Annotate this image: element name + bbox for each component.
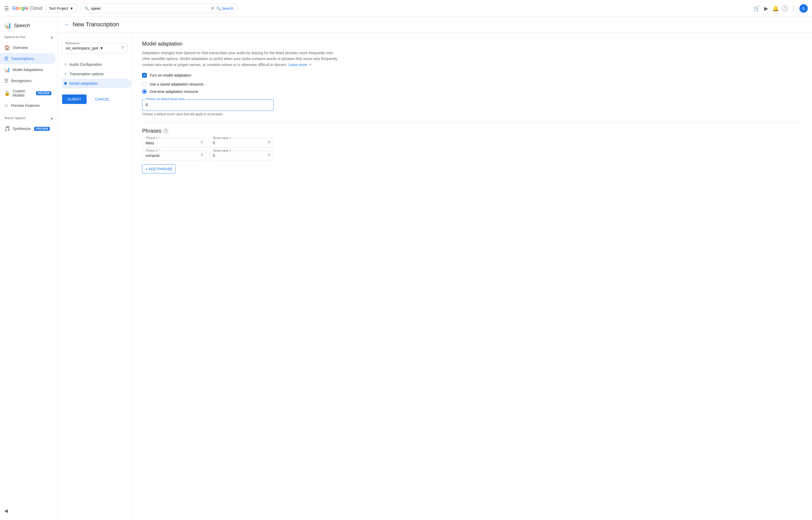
phrase-1-help-icon[interactable]: ?	[201, 140, 203, 145]
toggle-adaptation-label: Turn on model adaptation	[150, 73, 191, 77]
sidebar: 📊 Speech Speech-to-Text ▲ 🏠 Overview ☰ T…	[0, 17, 58, 520]
chevron-down-icon: ▼	[70, 6, 73, 10]
phrases-grid: Phrase 1 * ? Boost value 1 ?	[142, 138, 273, 160]
more-options-icon[interactable]: ⋮	[790, 4, 797, 12]
sidebar-item-label: Recognizers	[11, 79, 32, 83]
sidebar-item-transcriptions[interactable]: ☰ Transcriptions	[0, 53, 55, 64]
boost-1-help-icon[interactable]: ?	[268, 140, 270, 145]
boost-2-input[interactable]	[213, 153, 268, 158]
page-title: New Transcription	[73, 21, 119, 28]
google-cloud-logo: Google Cloud	[12, 5, 42, 11]
wizard-actions: SUBMIT CANCEL	[62, 95, 127, 104]
terminal-icon[interactable]: ▶	[763, 4, 769, 12]
phrase-1-label: Phrase 1 *	[145, 136, 160, 139]
sidebar-stt-section: Speech-to-Text ▲	[0, 32, 58, 40]
sidebar-tts-section: Text-to-Speech ▲	[0, 113, 58, 121]
sidebar-item-preview-features[interactable]: ☆ Preview Features	[0, 100, 55, 111]
help-icon[interactable]: ?	[782, 5, 788, 11]
avatar[interactable]: G	[800, 4, 808, 12]
phrases-title: Phrases ?	[142, 128, 802, 134]
boost-field-wrapper: Phrase set default boost value	[142, 99, 273, 111]
workspace-selector: Workspace sst_workspace_ppd ▼ ?	[62, 39, 127, 53]
menu-icon[interactable]: ☰	[4, 5, 9, 11]
preview-features-icon: ☆	[4, 103, 8, 108]
project-selector[interactable]: Test Project ▼	[46, 4, 77, 12]
workspace-select-inner: sst_workspace_ppd ▼	[66, 46, 119, 50]
wizard-step-model-adaptation[interactable]: Model adaptation	[62, 79, 131, 88]
step-bullet	[64, 82, 67, 85]
submit-button[interactable]: SUBMIT	[62, 95, 86, 104]
topbar-actions: 🛒 ▶ 🔔 ? ⋮ G	[752, 4, 808, 12]
custom-models-icon: 🔒	[4, 90, 10, 96]
stt-items: 🏠 Overview ☰ Transcriptions 📊 Model Adap…	[0, 40, 58, 113]
sidebar-item-recognizers[interactable]: ☰ Recognizers	[0, 75, 55, 86]
radio-one-time-inner	[143, 90, 146, 93]
step-label: Model adaptation	[70, 81, 98, 85]
step-bullet	[64, 73, 67, 75]
phrase-1-field: Phrase 1 * ?	[142, 138, 206, 148]
boost-1-label: Boost value 1	[212, 136, 232, 139]
radio-saved-resource[interactable]: Use a saved adaptation resource	[142, 82, 802, 86]
workspace-dropdown-icon: ▼	[100, 46, 103, 50]
radio-saved-outer	[142, 82, 147, 86]
page-header: ← New Transcription	[58, 17, 812, 32]
search-btn-icon: 🔍	[216, 6, 221, 10]
phrase-1-input[interactable]	[146, 141, 201, 145]
form-section-title: Model adaptation	[142, 41, 802, 47]
wizard-steps: Audio Configuration Transcription option…	[62, 60, 127, 88]
step-label: Transcription options	[70, 72, 103, 76]
checkmark-icon: ✓	[143, 73, 146, 77]
clear-search-icon[interactable]: ✕	[211, 6, 214, 11]
radio-one-time-resource[interactable]: One-time adaptation resource	[142, 89, 802, 94]
sidebar-item-label: Custom Models	[12, 89, 32, 97]
collapse-tts-icon[interactable]: ▲	[50, 116, 53, 120]
transcriptions-icon: ☰	[4, 56, 8, 61]
wizard-step-audio-config[interactable]: Audio Configuration	[62, 60, 127, 69]
boost-2-label: Boost value 2	[212, 149, 232, 152]
sidebar-item-model-adaptations[interactable]: 📊 Model Adaptations	[0, 64, 55, 75]
radio-saved-label: Use a saved adaptation resource	[150, 82, 203, 86]
content-panels: Workspace sst_workspace_ppd ▼ ? Audio Co…	[58, 32, 812, 520]
add-phrase-button[interactable]: + ADD PHRASE	[142, 164, 176, 174]
boost-value-input[interactable]	[146, 103, 270, 107]
toggle-adaptation-checkbox[interactable]: ✓	[142, 73, 147, 78]
boost-2-help-icon[interactable]: ?	[268, 153, 270, 158]
phrases-section: Phrases ? Phrase 1 * ?	[142, 128, 802, 174]
notifications-icon[interactable]: 🔔	[771, 4, 780, 12]
boost-1-input[interactable]	[213, 141, 268, 145]
step-label: Audio Configuration	[70, 62, 102, 67]
workspace-value: sst_workspace_ppd	[66, 46, 98, 50]
app-layout: 📊 Speech Speech-to-Text ▲ 🏠 Overview ☰ T…	[0, 17, 812, 520]
app-title: 📊 Speech	[0, 19, 58, 32]
workspace-help-icon[interactable]: ?	[121, 46, 124, 51]
boost-1-field: Boost value 1 ?	[209, 138, 273, 148]
speech-icon: 📊	[4, 22, 11, 29]
tts-items: 🎵 Synthesize PREVIEW	[0, 121, 58, 136]
marketplace-icon[interactable]: 🛒	[752, 4, 761, 12]
custom-models-preview-badge: PREVIEW	[36, 91, 51, 95]
recognizers-icon: ☰	[4, 78, 8, 84]
radio-group: Use a saved adaptation resource One-time…	[142, 82, 802, 94]
cancel-button[interactable]: CANCEL	[90, 95, 115, 104]
sidebar-item-custom-models[interactable]: 🔒 Custom Models PREVIEW	[0, 86, 55, 100]
back-button[interactable]: ←	[64, 22, 70, 28]
model-adaptations-icon: 📊	[4, 67, 10, 73]
topbar: ☰ Google Cloud Test Project ▼ 🔍 ✕ 🔍 Sear…	[0, 0, 812, 17]
form-panel: Model adaptation Adaptation changes how …	[132, 32, 812, 520]
sidebar-item-overview[interactable]: 🏠 Overview	[0, 42, 55, 53]
phrases-help-icon[interactable]: ?	[163, 129, 168, 133]
phrase-2-help-icon[interactable]: ?	[201, 153, 203, 158]
wizard-step-transcription-options[interactable]: Transcription options	[62, 69, 127, 79]
collapse-stt-icon[interactable]: ▲	[50, 35, 53, 39]
phrase-2-label: Phrase 2 *	[145, 149, 160, 152]
search-button[interactable]: 🔍 Search	[216, 6, 233, 10]
sidebar-item-synthesize[interactable]: 🎵 Synthesize PREVIEW	[0, 123, 55, 134]
boost-field-hint: Choose a default boost value that will a…	[142, 112, 273, 116]
workspace-label: Workspace	[64, 42, 81, 45]
phrase-2-input[interactable]	[146, 153, 201, 158]
project-name: Test Project	[49, 6, 68, 10]
main-content: ← New Transcription Workspace sst_worksp…	[58, 17, 812, 520]
sidebar-toggle[interactable]: ◀	[2, 506, 10, 516]
search-input[interactable]	[91, 6, 209, 10]
learn-more-link[interactable]: Learn more	[288, 62, 307, 67]
